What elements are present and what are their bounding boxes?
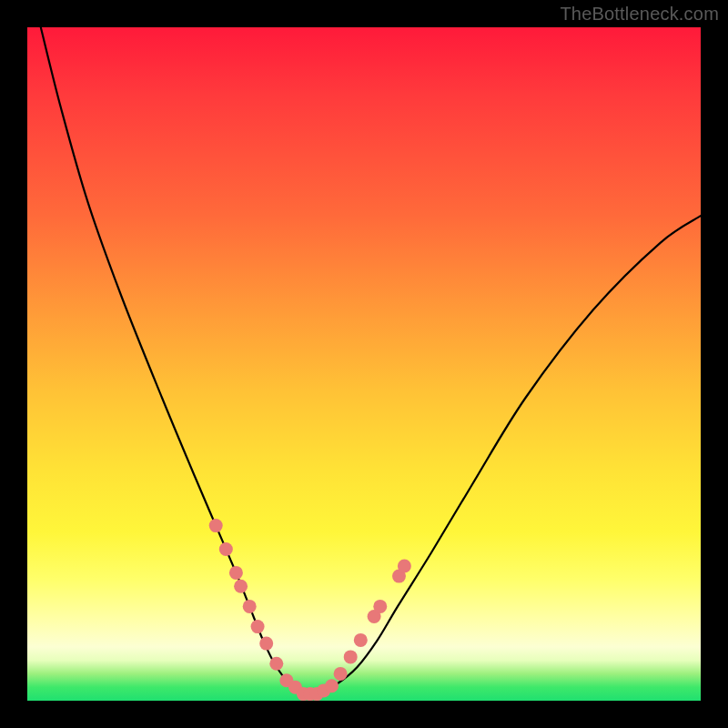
chart-frame: TheBottleneck.com (0, 0, 728, 728)
marker-dot (373, 600, 387, 613)
marker-dots (209, 519, 411, 701)
marker-dot (269, 657, 283, 671)
marker-dot (354, 633, 368, 647)
marker-dot (325, 679, 339, 693)
marker-dot (234, 580, 248, 593)
marker-dot (229, 566, 243, 580)
plot-area (27, 27, 701, 701)
marker-dot (251, 620, 265, 633)
marker-dot (398, 560, 411, 573)
marker-dot (219, 542, 233, 556)
marker-dot (259, 637, 273, 651)
curve-svg (27, 27, 701, 701)
marker-dot (243, 600, 257, 613)
marker-dot (209, 519, 223, 532)
watermark-text: TheBottleneck.com (560, 4, 719, 25)
bottleneck-curve (41, 27, 701, 695)
marker-dot (334, 667, 348, 681)
marker-dot (344, 650, 358, 663)
